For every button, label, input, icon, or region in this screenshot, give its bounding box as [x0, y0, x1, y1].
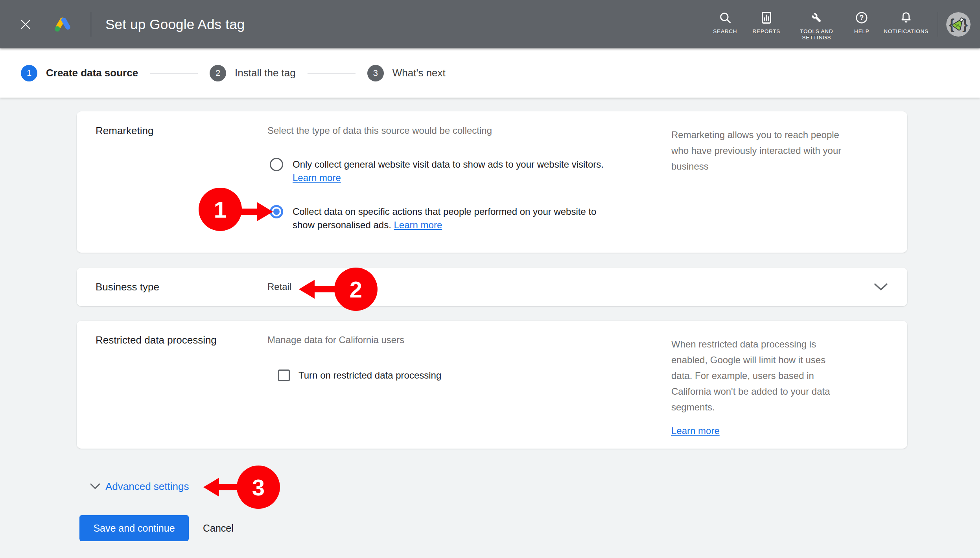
- learn-more-link[interactable]: Learn more: [293, 172, 341, 183]
- setup-stepper: 1 Create data source 2 Install the tag 3…: [0, 48, 980, 98]
- remarketing-card: Remarketing Select the type of data this…: [77, 111, 907, 253]
- search-icon: [718, 11, 732, 24]
- header-nav: SEARCH REPORTS TOOLS AND SETTINGS: [704, 0, 935, 48]
- business-type-value: Retail: [267, 281, 291, 292]
- wrench-icon: [810, 11, 823, 24]
- radio-dot: [273, 209, 280, 215]
- chevron-down-icon: [90, 483, 101, 490]
- bell-icon: [899, 11, 913, 24]
- remarketing-label: Remarketing: [77, 111, 267, 253]
- step-create-data-source: 1 Create data source: [21, 65, 138, 81]
- nav-reports[interactable]: REPORTS: [746, 0, 787, 35]
- restricted-data-card: Restricted data processing Manage data f…: [77, 321, 907, 449]
- avatar[interactable]: { } </>: [946, 12, 971, 37]
- step-circle-3: 3: [367, 65, 384, 81]
- option-specific-actions[interactable]: Collect data on specific actions that pe…: [270, 205, 657, 232]
- step-install-the-tag: 2 Install the tag: [210, 65, 296, 81]
- option-text: Only collect general website visit data …: [293, 159, 604, 170]
- nav-search[interactable]: SEARCH: [704, 0, 746, 35]
- save-and-continue-button[interactable]: Save and continue: [79, 515, 189, 541]
- svg-text:?: ?: [860, 14, 864, 22]
- restricted-checkbox-label[interactable]: Turn on restricted data processing: [298, 370, 441, 381]
- restricted-data-label: Restricted data processing: [77, 321, 267, 449]
- page-title: Set up Google Ads tag: [105, 17, 245, 32]
- nav-help[interactable]: ? HELP: [846, 0, 877, 35]
- help-icon: ?: [855, 11, 868, 24]
- cancel-button[interactable]: Cancel: [203, 523, 234, 534]
- option-general-visit-data[interactable]: Only collect general website visit data …: [270, 158, 657, 185]
- remarketing-help-text: Remarketing allows you to reach people w…: [671, 127, 842, 174]
- remarketing-help-panel: Remarketing allows you to reach people w…: [657, 126, 907, 230]
- google-ads-logo: [52, 15, 74, 34]
- learn-more-link[interactable]: Learn more: [394, 220, 442, 230]
- nav-notifications[interactable]: NOTIFICATIONS: [877, 0, 935, 35]
- radio-selected[interactable]: [270, 205, 283, 218]
- radio-unselected[interactable]: [270, 158, 283, 171]
- app-header: Set up Google Ads tag SEARCH REPORTS: [0, 0, 980, 48]
- business-type-expand-button[interactable]: [873, 283, 888, 291]
- business-type-card[interactable]: Business type Retail: [77, 268, 907, 306]
- chevron-down-icon: [873, 283, 888, 291]
- header-divider: [938, 12, 938, 37]
- close-icon: [19, 18, 32, 31]
- header-divider: [91, 12, 91, 37]
- option-text: Collect data on specific actions that pe…: [293, 206, 596, 230]
- step-circle-1: 1: [21, 65, 37, 81]
- step-connector: [308, 73, 356, 74]
- step-connector: [150, 73, 198, 74]
- main-content: Remarketing Select the type of data this…: [0, 98, 980, 558]
- action-buttons: Save and continue Cancel: [79, 515, 980, 541]
- restricted-data-description: Manage data for California users: [267, 334, 657, 346]
- remarketing-options: Only collect general website visit data …: [270, 158, 657, 232]
- business-type-label: Business type: [77, 281, 267, 293]
- restricted-checkbox-row[interactable]: Turn on restricted data processing: [278, 370, 657, 381]
- restricted-help-text: When restricted data processing is enabl…: [671, 336, 848, 415]
- svg-text:}: }: [962, 16, 968, 32]
- step-whats-next: 3 What's next: [367, 65, 446, 81]
- remarketing-description: Select the type of data this source woul…: [267, 125, 657, 137]
- restricted-checkbox[interactable]: [278, 370, 290, 381]
- advanced-settings-toggle[interactable]: Advanced settings: [90, 479, 980, 493]
- learn-more-link[interactable]: Learn more: [671, 425, 720, 436]
- reports-icon: [760, 11, 773, 24]
- step-circle-2: 2: [210, 65, 226, 81]
- restricted-help-panel: When restricted data processing is enabl…: [657, 335, 907, 446]
- close-button[interactable]: [18, 17, 33, 32]
- advanced-settings-link[interactable]: Advanced settings: [105, 480, 189, 493]
- nav-tools-and-settings[interactable]: TOOLS AND SETTINGS: [787, 0, 846, 41]
